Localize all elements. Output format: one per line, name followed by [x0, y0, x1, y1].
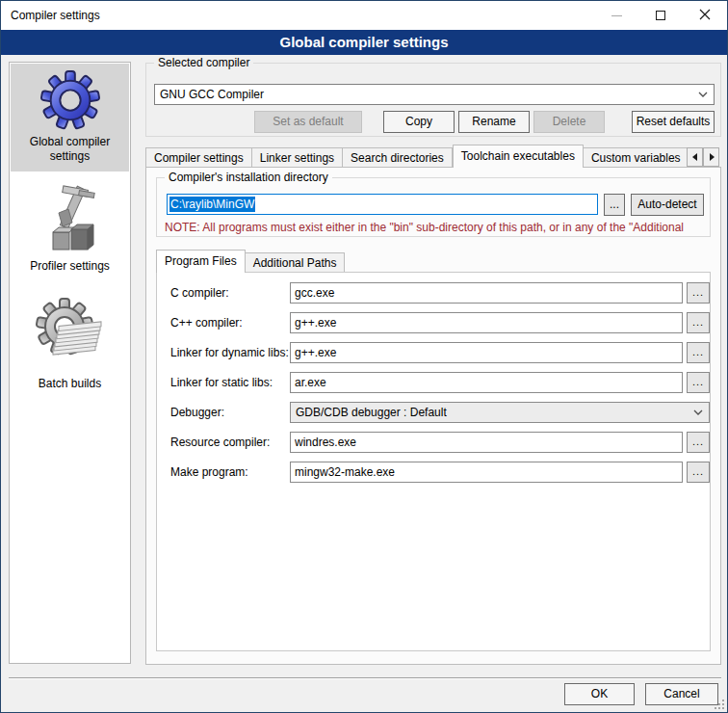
field-label: Linker for static libs: — [170, 372, 273, 393]
sidebar-item-batch-builds[interactable]: Batch builds — [11, 282, 129, 399]
set-as-default-button[interactable]: Set as default — [254, 111, 362, 133]
compiler-settings-dialog: Compiler settings Global compiler settin… — [0, 0, 728, 713]
tab-scroll-right-button[interactable] — [703, 147, 719, 167]
dynamic-linker-input[interactable] — [290, 342, 683, 363]
close-icon — [699, 9, 711, 23]
subtab-program-files[interactable]: Program Files — [156, 250, 246, 273]
reset-defaults-button[interactable]: Reset defaults — [632, 111, 715, 133]
field-label: Linker for dynamic libs: — [170, 342, 289, 363]
ok-button[interactable]: OK — [564, 683, 635, 705]
gray-gear-stack-icon — [11, 298, 129, 373]
dynamic-linker-row: Linker for dynamic libs: ... — [157, 342, 712, 363]
cancel-button[interactable]: Cancel — [645, 683, 718, 705]
field-label: Resource compiler: — [170, 432, 270, 453]
tab-search-directories[interactable]: Search directories — [343, 147, 453, 168]
sidebar-item-label: Profiler settings — [11, 255, 129, 281]
group-label: Selected compiler — [154, 56, 253, 70]
auto-detect-button[interactable]: Auto-detect — [631, 194, 704, 216]
group-label: Compiler's installation directory — [165, 171, 332, 185]
field-label: C++ compiler: — [170, 312, 243, 333]
make-program-input[interactable] — [290, 462, 683, 483]
compiler-actions: Set as default Copy Rename Delete Reset … — [146, 111, 722, 133]
rename-button[interactable]: Rename — [458, 111, 530, 133]
installation-directory-group: Compiler's installation directory C:\ray… — [156, 177, 711, 237]
browse-cpp-compiler-button[interactable]: ... — [687, 312, 710, 333]
delete-button[interactable]: Delete — [533, 111, 605, 133]
browse-static-linker-button[interactable]: ... — [687, 372, 710, 393]
static-linker-row: Linker for static libs: ... — [157, 372, 712, 393]
tab-list: Compiler settingsLinker settingsSearch d… — [145, 145, 687, 168]
maximize-icon — [656, 11, 665, 20]
sidebar-item-profiler-settings[interactable]: Profiler settings — [11, 172, 129, 281]
field-label: Debugger: — [170, 402, 224, 423]
cpp-compiler-row: C++ compiler: ... — [157, 312, 712, 333]
chevron-down-icon — [693, 409, 703, 415]
caliper-icon — [11, 184, 129, 255]
installation-directory-input[interactable]: C:\raylib\MinGW — [167, 194, 598, 215]
close-button[interactable] — [683, 1, 727, 30]
debugger-row: Debugger: GDB/CDB debugger : Default — [157, 402, 712, 423]
installation-directory-value: C:\raylib\MinGW — [169, 197, 255, 212]
sidebar-item-label: Batch builds — [11, 373, 129, 399]
sidebar-item-label: Global compiler settings — [11, 131, 129, 172]
title-bar[interactable]: Compiler settings — [1, 1, 727, 30]
compiler-select[interactable]: GNU GCC Compiler — [154, 84, 715, 105]
subtab-additional-paths[interactable]: Additional Paths — [246, 252, 346, 273]
sidebar-item-global-compiler-settings[interactable]: Global compiler settings — [11, 64, 129, 172]
minimize-icon — [611, 15, 622, 16]
dialog-header: Global compiler settings — [1, 30, 727, 55]
tab-linker-settings[interactable]: Linker settings — [252, 147, 343, 168]
program-files-page: C compiler: ... C++ compiler: ... Linker… — [156, 272, 711, 651]
maximize-button[interactable] — [638, 1, 683, 30]
blue-gear-icon — [11, 69, 129, 131]
cpp-compiler-input[interactable] — [290, 312, 683, 333]
c-compiler-input[interactable] — [290, 282, 683, 304]
settings-category-list: Global compiler settings — [9, 62, 131, 664]
make-program-row: Make program: ... — [157, 462, 712, 483]
resize-grip[interactable] — [715, 700, 724, 709]
resource-compiler-row: Resource compiler: ... — [157, 432, 712, 453]
debugger-select-value: GDB/CDB debugger : Default — [296, 406, 447, 419]
arrow-right-icon — [709, 153, 715, 161]
bin-subdirectory-note: NOTE: All programs must exist either in … — [165, 221, 706, 235]
tab-compiler-settings[interactable]: Compiler settings — [145, 147, 252, 168]
c-compiler-row: C compiler: ... — [157, 282, 712, 304]
arrow-left-icon — [692, 153, 698, 161]
tab-toolchain-executables[interactable]: Toolchain executables — [453, 145, 584, 168]
static-linker-input[interactable] — [290, 372, 683, 393]
browse-resource-compiler-button[interactable]: ... — [687, 432, 710, 453]
programs-sub-tab-bar: Program FilesAdditional Paths — [156, 250, 345, 272]
debugger-select[interactable]: GDB/CDB debugger : Default — [290, 402, 710, 423]
settings-tab-bar: Compiler settingsLinker settingsSearch d… — [145, 145, 721, 168]
window-title: Compiler settings — [11, 1, 100, 30]
field-label: C compiler: — [170, 282, 229, 304]
field-label: Make program: — [170, 462, 248, 483]
browse-make-program-button[interactable]: ... — [687, 462, 710, 483]
browse-c-compiler-button[interactable]: ... — [687, 282, 710, 304]
browse-dynamic-linker-button[interactable]: ... — [687, 342, 710, 363]
tab-custom-variables[interactable]: Custom variables — [584, 147, 687, 168]
tab-scroll-left-button[interactable] — [687, 147, 703, 167]
copy-button[interactable]: Copy — [383, 111, 455, 133]
footer-separator — [9, 677, 721, 679]
chevron-down-icon — [698, 92, 708, 97]
selected-compiler-group: Selected compiler GNU GCC Compiler Set a… — [145, 63, 721, 137]
compiler-select-value: GNU GCC Compiler — [160, 88, 264, 101]
browse-directory-button[interactable]: ... — [604, 194, 625, 216]
resource-compiler-input[interactable] — [290, 432, 683, 453]
toolchain-executables-page: Compiler's installation directory C:\ray… — [145, 167, 721, 665]
minimize-button[interactable] — [594, 1, 638, 30]
